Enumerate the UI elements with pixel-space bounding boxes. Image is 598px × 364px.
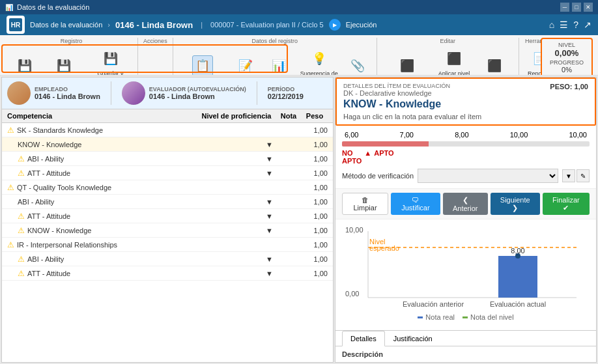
row-level[interactable]: ▼ <box>197 255 276 263</box>
indicador-button[interactable]: 📊 Indicador <box>264 53 294 76</box>
menu-icon-btn[interactable]: ☰ <box>560 20 568 30</box>
method-icon-1[interactable]: ▼ <box>562 169 575 182</box>
method-row: Método de verificación ▼ ✎ <box>342 169 590 183</box>
title-bar-controls[interactable]: ─ □ ✕ <box>560 3 593 12</box>
row-weight: 1,00 <box>302 126 328 134</box>
scale-track[interactable] <box>342 141 590 147</box>
scale-num-4[interactable]: 10,00 <box>510 131 528 139</box>
table-row[interactable]: ABI - Ability ▼ 1,00 <box>2 195 333 209</box>
nivel-label: NIVEL <box>547 42 586 48</box>
table-row[interactable]: ⚠ ATT - Attitude ▼ 1,00 <box>2 166 333 180</box>
tab-justificacion[interactable]: Justificación <box>385 331 441 346</box>
scale-num-3[interactable]: 8,00 <box>455 131 468 139</box>
period-block: PERÍODO 02/12/2019 <box>268 81 304 105</box>
next-button[interactable]: Siguiente ❯ <box>491 193 540 215</box>
save-next-button[interactable]: 💾 Guardar ypróxima etapa <box>89 46 132 76</box>
chart-area: 10,00 Nivel esperado 0,00 8,00 <box>335 219 596 330</box>
scale-num-2[interactable]: 7,00 <box>400 131 414 139</box>
toolbar-section-acciones: Acciones <box>138 38 173 76</box>
period-value: 02/12/2019 <box>268 92 304 100</box>
play-button[interactable]: ▶ <box>329 19 341 31</box>
method-select[interactable] <box>418 169 558 183</box>
table-row[interactable]: ⚠ ABI - Ability ▼ 1,00 <box>2 152 333 166</box>
apto-label: APTO <box>374 149 393 165</box>
restore-button[interactable]: □ <box>572 3 581 12</box>
prev-button[interactable]: ❮ Anterior <box>443 193 488 215</box>
row-level[interactable]: ▼ <box>197 227 276 234</box>
warning-icon: ⚠ <box>7 183 14 192</box>
table-row[interactable]: ⚠ ABI - Ability ▼ 1,00 <box>2 252 333 266</box>
bottom-tabs: Detalles Justificación Descripción <box>335 330 596 362</box>
adjunto-icon: 📎 <box>347 55 368 76</box>
row-level[interactable]: ▼ <box>197 198 276 206</box>
close-button[interactable]: ✕ <box>584 3 593 12</box>
row-name: KNOW - Knowledge <box>27 227 197 234</box>
employee-header: EMPLEADO 0146 - Linda Brown EVALUADOR (A… <box>2 77 333 109</box>
clear-button[interactable]: 🗑 Limpiar <box>342 193 388 215</box>
table-row[interactable]: ⚠ KNOW - Knowledge ▼ 1,00 <box>2 223 333 238</box>
breadcrumb-right[interactable]: ⌂ ☰ ? ↗ <box>549 20 591 30</box>
row-level[interactable]: ▼ <box>197 212 276 220</box>
table-row[interactable]: ⚠ IR - Interpersonal Relationships 1,00 <box>2 238 333 252</box>
toolbar-section-editar: Editar ⬛ Seleccionar todo ⬛ Aplicar nive… <box>377 38 519 76</box>
adjunto-button[interactable]: 📎 Adjunto <box>344 53 371 76</box>
row-level[interactable]: ▼ <box>197 169 276 177</box>
scale-num-5[interactable]: 10,00 <box>569 131 587 139</box>
competency-table[interactable]: ⚠ SK - Standards Knowledge 1,00 KNOW - K… <box>2 123 333 362</box>
right-panel-header: DETALLES DEL ÍTEM DE EVALUACIÓN DK - Dec… <box>335 77 596 126</box>
toolbar-sections: Registro 💾 Guardar 💾 Guardar y salir <box>5 38 593 76</box>
apply-level-button[interactable]: ⬛ Aplicar nivelestándar <box>435 46 474 76</box>
row-level[interactable]: ▼ <box>197 141 276 148</box>
datos-generales-icon: 📋 <box>192 55 213 76</box>
col-nivel: Nivel de proficiencia <box>197 112 276 120</box>
legend-nota-real-label: Nota real <box>425 313 455 321</box>
scale-num-1[interactable]: 6,00 <box>345 131 358 139</box>
finish-button[interactable]: Finalizar ✔ <box>543 193 590 215</box>
row-name: QT - Quality Tools Knowledge <box>17 184 197 191</box>
save-exit-icon: 💾 <box>53 55 74 76</box>
row-weight: 1,00 <box>302 169 328 177</box>
evaluator-name: 0146 - Linda Brown <box>149 92 246 100</box>
action-buttons: 🗑 Limpiar 🗨 Justificar ❮ Anterior Siguie… <box>335 189 596 219</box>
row-level[interactable]: ▼ <box>197 155 276 163</box>
tab-detalles[interactable]: Detalles <box>342 331 385 346</box>
select-all-button[interactable]: ⬛ Seleccionar todo <box>382 53 433 76</box>
table-row[interactable]: ⚠ SK - Standards Knowledge 1,00 <box>2 123 333 137</box>
legend-dot-nota-real <box>418 316 423 318</box>
evaluator-avatar <box>122 81 145 105</box>
encuesta-button[interactable]: 📝 Encuesta <box>230 53 261 76</box>
apply-level-label: Aplicar nivelestándar <box>438 70 470 76</box>
datos-generales-button[interactable]: 📋 Datos generales <box>178 53 228 76</box>
svg-text:10,00: 10,00 <box>345 226 363 234</box>
warning-icon: ⚠ <box>7 240 14 249</box>
row-name: ABI - Ability <box>27 255 197 263</box>
svg-text:Evaluación anterior: Evaluación anterior <box>403 300 464 308</box>
app-logo: HR <box>7 16 25 34</box>
save-exit-button[interactable]: 💾 Guardar y salir <box>41 53 86 76</box>
legend-nota-nivel-label: Nota del nivel <box>470 313 514 321</box>
help-icon-btn[interactable]: ? <box>573 20 578 30</box>
table-row[interactable]: ⚠ ATT - Attitude ▼ 1,00 <box>2 209 333 223</box>
row-weight: 1,00 <box>302 184 328 191</box>
minimize-button[interactable]: ─ <box>560 3 569 12</box>
row-level[interactable]: ▼ <box>197 270 276 277</box>
item-details-label: DETALLES DEL ÍTEM DE EVALUACIÓN <box>343 83 481 89</box>
breadcrumb-bar: HR Datos de la evaluación › 0146 - Linda… <box>0 14 598 35</box>
save-button[interactable]: 💾 Guardar <box>10 53 38 76</box>
table-row[interactable]: ⚠ ATT - Attitude ▼ 1,00 <box>2 266 333 281</box>
breadcrumb-app-name: Datos de la evaluación <box>30 21 102 29</box>
sugerencia-button[interactable]: 💡 Sugerencia dedesarrollo <box>297 46 341 76</box>
warning-icon: ⚠ <box>18 226 25 235</box>
table-row[interactable]: ⚠ QT - Quality Tools Knowledge 1,00 <box>2 180 333 195</box>
method-icon-2[interactable]: ✎ <box>577 169 590 182</box>
home-icon-btn[interactable]: ⌂ <box>549 20 554 30</box>
justify-button[interactable]: 🗨 Justificar <box>391 193 440 215</box>
warning-icon: ⚠ <box>18 169 25 178</box>
row-weight: 1,00 <box>302 198 328 206</box>
table-row[interactable]: KNOW - Knowledge ▼ 1,00 <box>2 137 333 152</box>
expand-icon-btn[interactable]: ↗ <box>584 20 591 30</box>
select-all-icon: ⬛ <box>397 55 418 76</box>
row-weight: 1,00 <box>302 241 328 249</box>
row-weight: 1,00 <box>302 212 328 220</box>
copy-level-button[interactable]: ⬛ Copiar nivel <box>476 53 513 76</box>
